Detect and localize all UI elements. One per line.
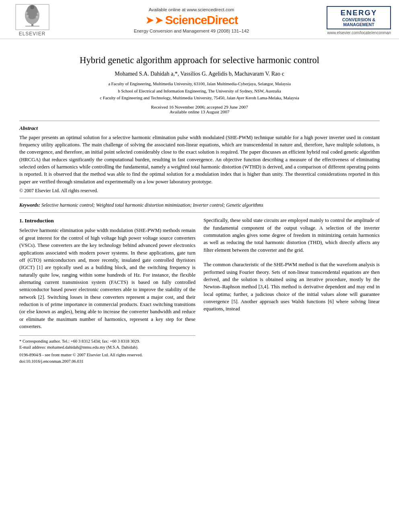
available-online-date: Available online 13 August 2007 — [19, 109, 380, 114]
col-left-text: Selective harmonic elimination pulse wid… — [19, 227, 195, 330]
journal-logo: Energy Conversion & Management — [327, 6, 391, 29]
col-right-para2: The common characteristic of the SHE-PWM… — [204, 261, 380, 313]
doi: doi:10.1016/j.enconman.2007.06.031 — [19, 358, 195, 364]
article-content: Hybrid genetic algorithm approach for se… — [0, 39, 399, 372]
page: ELSEVIER Available online at www.science… — [0, 0, 399, 532]
authors-line: Mohamed S.A. Dahidah a,*, Vassilios G. A… — [19, 71, 380, 77]
journal-logo-area: Energy Conversion & Management www.elsev… — [327, 6, 391, 35]
keywords-values: Selective harmonic control; Weighted tot… — [41, 202, 263, 208]
article-dates: Received 16 November 2006; accepted 29 J… — [19, 105, 380, 114]
svg-point-5 — [30, 5, 34, 9]
article-title: Hybrid genetic algorithm approach for se… — [19, 54, 380, 66]
footnote-star: * Corresponding author. Tel.: +60 3 8312… — [19, 338, 195, 344]
affiliation-a: a Faculty of Engineering, Multimedia Uni… — [19, 80, 380, 87]
journal-url: www.elsevier.com/locate/enconman — [327, 31, 391, 35]
rule-body — [19, 212, 380, 213]
footnote-section: * Corresponding author. Tel.: +60 3 8312… — [19, 335, 195, 351]
copyright-bottom: 0196-8904/$ - see front matter © 2007 El… — [19, 352, 195, 358]
journal-logo-energy: Energy — [331, 8, 387, 17]
elsevier-logo: ELSEVIER — [8, 4, 56, 37]
affiliations: a Faculty of Engineering, Multimedia Uni… — [19, 80, 380, 101]
abstract-section: Abstract The paper presents an optimal s… — [19, 125, 380, 194]
two-col-layout: 1. Introduction Selective harmonic elimi… — [19, 217, 380, 364]
affiliation-c: c Faculty of Engineering and Technology,… — [19, 94, 380, 101]
available-online-text: Available online at www.sciencedirect.co… — [56, 7, 327, 12]
elsevier-logo-area: ELSEVIER — [8, 4, 56, 37]
svg-point-8 — [25, 12, 27, 14]
elsevier-wordmark: ELSEVIER — [19, 31, 46, 37]
abstract-text: The paper presents an optimal solution f… — [19, 134, 380, 186]
rule-keywords — [19, 198, 380, 198]
col-right-para1: Specifically, these solid state circuits… — [204, 217, 380, 254]
affiliation-b: b School of Electrical and Information E… — [19, 88, 380, 94]
svg-point-7 — [36, 16, 38, 18]
sciencedirect-icon: ➤➤ — [145, 14, 164, 27]
svg-point-6 — [26, 15, 29, 17]
journal-header: ELSEVIER Available online at www.science… — [0, 0, 399, 39]
keywords-line: Keywords: Selective harmonic control; We… — [19, 202, 380, 208]
journal-citation: Energy Conversion and Management 49 (200… — [56, 29, 327, 33]
keywords-label: Keywords: — [19, 202, 40, 208]
abstract-label: Abstract — [19, 125, 380, 131]
journal-logo-conversion: Conversion & — [331, 17, 387, 22]
copyright-notice: © 2007 Elsevier Ltd. All rights reserved… — [19, 188, 380, 194]
section1-heading: 1. Introduction — [19, 217, 195, 224]
journal-logo-management: Management — [331, 22, 387, 27]
column-right: Specifically, these solid state circuits… — [204, 217, 380, 364]
rule-top — [19, 121, 380, 121]
sciencedirect-logo: ScienceDirect — [165, 13, 238, 27]
received-date: Received 16 November 2006; accepted 29 J… — [19, 105, 380, 109]
elsevier-tree-icon — [15, 4, 49, 30]
column-left: 1. Introduction Selective harmonic elimi… — [19, 217, 195, 364]
svg-point-9 — [37, 13, 39, 15]
journal-center-info: Available online at www.sciencedirect.co… — [56, 7, 327, 33]
doi-section: 0196-8904/$ - see front matter © 2007 El… — [19, 352, 195, 364]
footnote-email: E-mail address: mohamed.dahidah@mmu.edu.… — [19, 344, 195, 350]
